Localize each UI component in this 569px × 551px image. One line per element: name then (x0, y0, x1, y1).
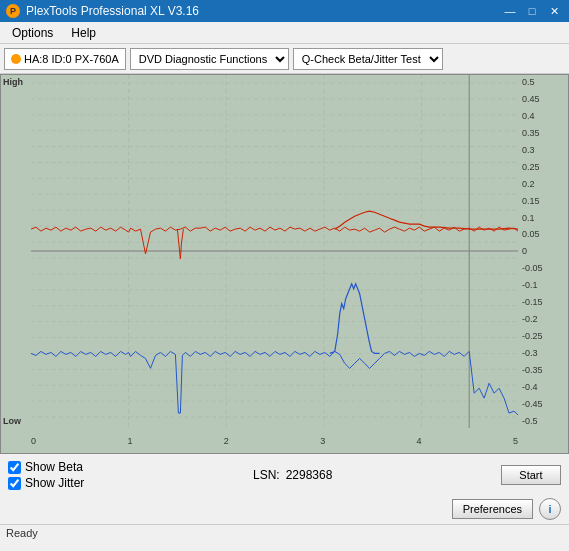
menu-options[interactable]: Options (4, 24, 61, 42)
show-jitter-checkbox[interactable] (8, 477, 21, 490)
status-bar: Ready (0, 524, 569, 541)
start-button[interactable]: Start (501, 465, 561, 485)
close-button[interactable]: ✕ (545, 3, 563, 19)
show-beta-row: Show Beta (8, 460, 84, 474)
info-button[interactable]: i (539, 498, 561, 520)
drive-label: HA:8 ID:0 PX-760A (24, 53, 119, 65)
minimize-button[interactable]: — (501, 3, 519, 19)
menu-help[interactable]: Help (63, 24, 104, 42)
show-beta-checkbox[interactable] (8, 461, 21, 474)
status-text: Ready (6, 527, 38, 539)
bottom-right: Start (501, 465, 561, 485)
chart-svg (31, 75, 518, 428)
title-bar: P PlexTools Professional XL V3.16 — □ ✕ (0, 0, 569, 22)
preferences-button[interactable]: Preferences (452, 499, 533, 519)
function-select[interactable]: DVD Diagnostic Functions (130, 48, 289, 70)
bottom-left: Show Beta Show Jitter (8, 460, 84, 490)
chart-inner (31, 75, 518, 428)
chart-high-label: High (3, 77, 23, 87)
x-axis: 0 1 2 3 4 5 (31, 428, 518, 453)
show-jitter-row: Show Jitter (8, 476, 84, 490)
test-select[interactable]: Q-Check Beta/Jitter Test (293, 48, 443, 70)
show-beta-label[interactable]: Show Beta (25, 460, 83, 474)
chart-container: High Low 0.5 0.45 0.4 0.35 0.3 0.25 0.2 … (0, 74, 569, 454)
y-axis-right: 0.5 0.45 0.4 0.35 0.3 0.25 0.2 0.15 0.1 … (518, 75, 568, 428)
bottom-panel: Show Beta Show Jitter LSN: 2298368 Start (0, 454, 569, 496)
menu-bar: Options Help (0, 22, 569, 44)
bottom-center: LSN: 2298368 (253, 468, 332, 482)
drive-badge: HA:8 ID:0 PX-760A (4, 48, 126, 70)
window-controls: — □ ✕ (501, 3, 563, 19)
toolbar: HA:8 ID:0 PX-760A DVD Diagnostic Functio… (0, 44, 569, 74)
lsn-label: LSN: (253, 468, 280, 482)
preferences-row: Preferences i (0, 496, 569, 524)
maximize-button[interactable]: □ (523, 3, 541, 19)
window-title: PlexTools Professional XL V3.16 (26, 4, 199, 18)
drive-status-icon (11, 54, 21, 64)
chart-low-label: Low (3, 416, 21, 426)
app-icon: P (6, 4, 20, 18)
show-jitter-label[interactable]: Show Jitter (25, 476, 84, 490)
lsn-value: 2298368 (286, 468, 333, 482)
